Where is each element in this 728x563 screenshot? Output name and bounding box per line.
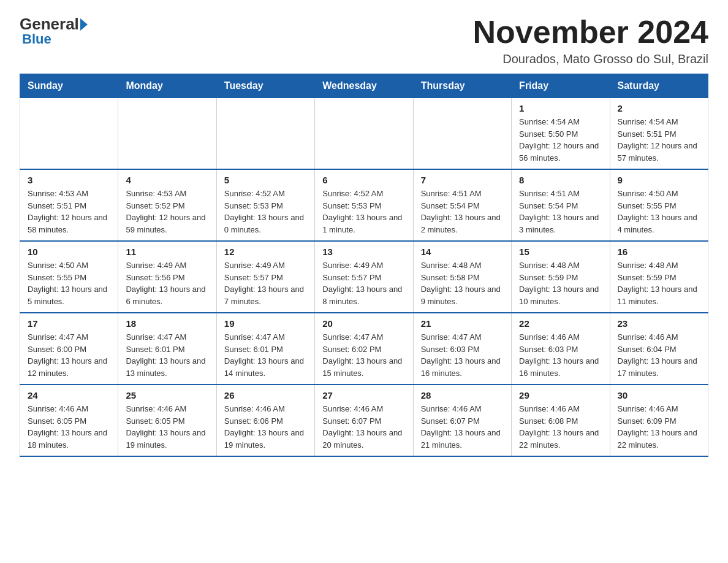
calendar-cell: 4Sunrise: 4:53 AMSunset: 5:52 PMDaylight… [118, 169, 216, 241]
day-info: Sunrise: 4:47 AMSunset: 6:01 PMDaylight:… [126, 331, 208, 379]
col-saturday: Saturday [610, 74, 708, 98]
day-number: 15 [519, 247, 602, 257]
calendar-cell: 27Sunrise: 4:46 AMSunset: 6:07 PMDayligh… [315, 385, 413, 456]
calendar-cell: 19Sunrise: 4:47 AMSunset: 6:01 PMDayligh… [216, 313, 314, 385]
day-info: Sunrise: 4:54 AMSunset: 5:50 PMDaylight:… [519, 116, 602, 164]
calendar-table: Sunday Monday Tuesday Wednesday Thursday… [20, 74, 708, 457]
calendar-cell [315, 98, 413, 170]
day-number: 17 [28, 318, 110, 329]
calendar-cell: 15Sunrise: 4:48 AMSunset: 5:59 PMDayligh… [512, 241, 610, 313]
col-friday: Friday [512, 74, 610, 98]
calendar-cell: 16Sunrise: 4:48 AMSunset: 5:59 PMDayligh… [610, 241, 708, 313]
day-info: Sunrise: 4:53 AMSunset: 5:52 PMDaylight:… [126, 188, 208, 236]
day-info: Sunrise: 4:49 AMSunset: 5:57 PMDaylight:… [224, 259, 307, 307]
col-wednesday: Wednesday [315, 74, 413, 98]
calendar-cell: 30Sunrise: 4:46 AMSunset: 6:09 PMDayligh… [610, 385, 708, 456]
col-tuesday: Tuesday [216, 74, 314, 98]
day-number: 19 [224, 318, 307, 329]
day-info: Sunrise: 4:51 AMSunset: 5:54 PMDaylight:… [519, 188, 602, 236]
calendar-week-row: 10Sunrise: 4:50 AMSunset: 5:55 PMDayligh… [20, 241, 708, 313]
day-number: 3 [28, 175, 110, 185]
day-number: 2 [618, 103, 700, 113]
calendar-week-row: 3Sunrise: 4:53 AMSunset: 5:51 PMDaylight… [20, 169, 708, 241]
calendar-cell: 13Sunrise: 4:49 AMSunset: 5:57 PMDayligh… [315, 241, 413, 313]
day-info: Sunrise: 4:47 AMSunset: 6:02 PMDaylight:… [322, 331, 405, 379]
calendar-cell: 6Sunrise: 4:52 AMSunset: 5:53 PMDaylight… [315, 169, 413, 241]
day-number: 25 [126, 390, 208, 400]
calendar-cell: 24Sunrise: 4:46 AMSunset: 6:05 PMDayligh… [20, 385, 118, 456]
logo: General Blue [20, 15, 91, 47]
day-number: 28 [421, 390, 504, 400]
day-info: Sunrise: 4:48 AMSunset: 5:58 PMDaylight:… [421, 259, 504, 307]
day-number: 21 [421, 318, 504, 329]
calendar-cell: 25Sunrise: 4:46 AMSunset: 6:05 PMDayligh… [118, 385, 216, 456]
day-number: 16 [618, 247, 700, 257]
calendar-week-row: 1Sunrise: 4:54 AMSunset: 5:50 PMDaylight… [20, 98, 708, 170]
day-number: 29 [519, 390, 602, 400]
day-info: Sunrise: 4:46 AMSunset: 6:05 PMDaylight:… [28, 403, 110, 451]
day-info: Sunrise: 4:46 AMSunset: 6:04 PMDaylight:… [618, 331, 700, 379]
day-number: 13 [322, 247, 405, 257]
calendar-cell: 17Sunrise: 4:47 AMSunset: 6:00 PMDayligh… [20, 313, 118, 385]
calendar-cell: 12Sunrise: 4:49 AMSunset: 5:57 PMDayligh… [216, 241, 314, 313]
month-title: November 2024 [473, 15, 708, 50]
day-info: Sunrise: 4:52 AMSunset: 5:53 PMDaylight:… [224, 188, 307, 236]
calendar-cell: 1Sunrise: 4:54 AMSunset: 5:50 PMDaylight… [512, 98, 610, 170]
page-header: General Blue November 2024 Dourados, Mat… [20, 15, 708, 66]
calendar-cell [216, 98, 314, 170]
day-number: 18 [126, 318, 208, 329]
day-info: Sunrise: 4:52 AMSunset: 5:53 PMDaylight:… [322, 188, 405, 236]
day-number: 8 [519, 175, 602, 185]
day-info: Sunrise: 4:51 AMSunset: 5:54 PMDaylight:… [421, 188, 504, 236]
calendar-cell: 22Sunrise: 4:46 AMSunset: 6:03 PMDayligh… [512, 313, 610, 385]
calendar-cell: 2Sunrise: 4:54 AMSunset: 5:51 PMDaylight… [610, 98, 708, 170]
day-number: 11 [126, 247, 208, 257]
day-info: Sunrise: 4:48 AMSunset: 5:59 PMDaylight:… [618, 259, 700, 307]
day-info: Sunrise: 4:47 AMSunset: 6:00 PMDaylight:… [28, 331, 110, 379]
day-info: Sunrise: 4:46 AMSunset: 6:06 PMDaylight:… [224, 403, 307, 451]
col-monday: Monday [118, 74, 216, 98]
calendar-week-row: 17Sunrise: 4:47 AMSunset: 6:00 PMDayligh… [20, 313, 708, 385]
day-number: 5 [224, 175, 307, 185]
day-info: Sunrise: 4:53 AMSunset: 5:51 PMDaylight:… [28, 188, 110, 236]
day-number: 24 [28, 390, 110, 400]
title-block: November 2024 Dourados, Mato Grosso do S… [473, 15, 708, 66]
day-info: Sunrise: 4:54 AMSunset: 5:51 PMDaylight:… [618, 116, 700, 164]
day-info: Sunrise: 4:46 AMSunset: 6:03 PMDaylight:… [519, 331, 602, 379]
calendar-cell: 8Sunrise: 4:51 AMSunset: 5:54 PMDaylight… [512, 169, 610, 241]
day-number: 6 [322, 175, 405, 185]
calendar-cell: 29Sunrise: 4:46 AMSunset: 6:08 PMDayligh… [512, 385, 610, 456]
day-info: Sunrise: 4:46 AMSunset: 6:05 PMDaylight:… [126, 403, 208, 451]
day-info: Sunrise: 4:47 AMSunset: 6:01 PMDaylight:… [224, 331, 307, 379]
logo-arrow-icon [80, 18, 88, 31]
day-number: 26 [224, 390, 307, 400]
day-number: 7 [421, 175, 504, 185]
location-subtitle: Dourados, Mato Grosso do Sul, Brazil [473, 52, 708, 66]
day-info: Sunrise: 4:46 AMSunset: 6:07 PMDaylight:… [322, 403, 405, 451]
day-number: 14 [421, 247, 504, 257]
day-info: Sunrise: 4:47 AMSunset: 6:03 PMDaylight:… [421, 331, 504, 379]
day-info: Sunrise: 4:46 AMSunset: 6:08 PMDaylight:… [519, 403, 602, 451]
calendar-cell: 5Sunrise: 4:52 AMSunset: 5:53 PMDaylight… [216, 169, 314, 241]
calendar-week-row: 24Sunrise: 4:46 AMSunset: 6:05 PMDayligh… [20, 385, 708, 456]
calendar-cell [413, 98, 511, 170]
day-number: 22 [519, 318, 602, 329]
day-number: 10 [28, 247, 110, 257]
col-sunday: Sunday [20, 74, 118, 98]
calendar-cell: 7Sunrise: 4:51 AMSunset: 5:54 PMDaylight… [413, 169, 511, 241]
calendar-cell: 26Sunrise: 4:46 AMSunset: 6:06 PMDayligh… [216, 385, 314, 456]
day-number: 1 [519, 103, 602, 113]
calendar-cell: 3Sunrise: 4:53 AMSunset: 5:51 PMDaylight… [20, 169, 118, 241]
calendar-cell [118, 98, 216, 170]
day-info: Sunrise: 4:49 AMSunset: 5:57 PMDaylight:… [322, 259, 405, 307]
calendar-cell [20, 98, 118, 170]
day-number: 30 [618, 390, 700, 400]
calendar-cell: 18Sunrise: 4:47 AMSunset: 6:01 PMDayligh… [118, 313, 216, 385]
day-number: 27 [322, 390, 405, 400]
day-number: 23 [618, 318, 700, 329]
day-info: Sunrise: 4:50 AMSunset: 5:55 PMDaylight:… [28, 259, 110, 307]
calendar-header-row: Sunday Monday Tuesday Wednesday Thursday… [20, 74, 708, 98]
logo-blue: Blue [20, 31, 51, 47]
calendar-cell: 11Sunrise: 4:49 AMSunset: 5:56 PMDayligh… [118, 241, 216, 313]
day-number: 9 [618, 175, 700, 185]
